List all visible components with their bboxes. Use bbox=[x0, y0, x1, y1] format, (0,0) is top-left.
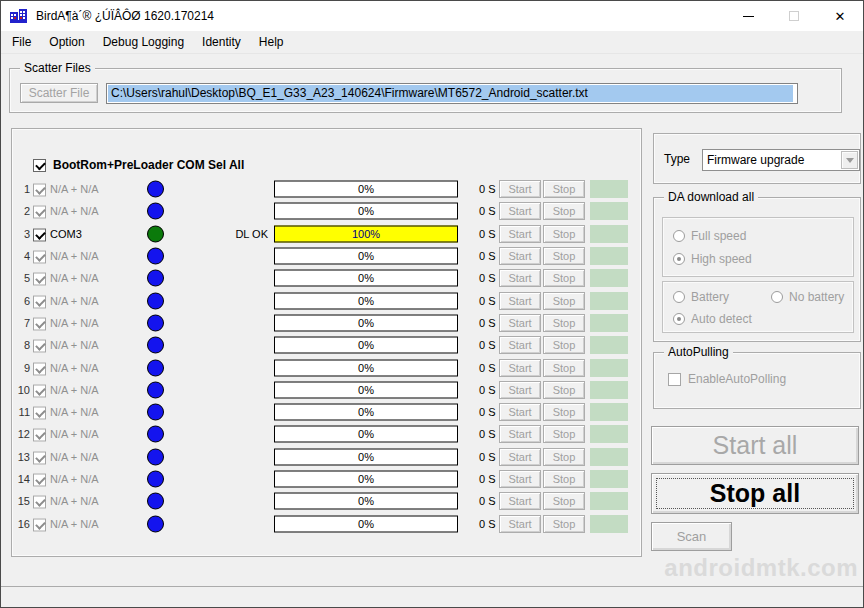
close-button[interactable]: ✕ bbox=[817, 1, 863, 31]
row-time: 0 S bbox=[479, 228, 496, 240]
row-stop-button[interactable]: Stop bbox=[543, 180, 585, 198]
radio-auto-detect[interactable]: Auto detect bbox=[673, 312, 752, 326]
row-stop-button[interactable]: Stop bbox=[543, 470, 585, 488]
row-stop-button[interactable]: Stop bbox=[543, 314, 585, 332]
maximize-button[interactable] bbox=[771, 1, 817, 31]
row-stop-button[interactable]: Stop bbox=[543, 359, 585, 377]
port-row: 5 N/A + N/A 0% 0 S Start Stop bbox=[12, 267, 641, 289]
enable-autopolling-option[interactable]: EnableAutoPolling bbox=[668, 372, 786, 386]
row-checkbox[interactable] bbox=[33, 362, 46, 375]
row-start-button[interactable]: Start bbox=[499, 403, 541, 421]
row-checkbox[interactable] bbox=[33, 184, 46, 197]
row-checkbox[interactable] bbox=[33, 474, 46, 487]
type-dropdown[interactable]: Firmware upgrade bbox=[702, 149, 860, 171]
row-start-button[interactable]: Start bbox=[499, 515, 541, 533]
row-stop-button[interactable]: Stop bbox=[543, 269, 585, 287]
type-dropdown-value: Firmware upgrade bbox=[707, 153, 804, 167]
row-port-label: N/A + N/A bbox=[50, 295, 99, 307]
window-title: BirdA¶à´® ¿ÚÏÂÔØ 1620.170214 bbox=[36, 9, 214, 23]
port-row: 7 N/A + N/A 0% 0 S Start Stop bbox=[12, 312, 641, 334]
autopulling-label: AutoPulling bbox=[664, 345, 733, 359]
row-stop-button[interactable]: Stop bbox=[543, 448, 585, 466]
scatter-file-button[interactable]: Scatter File bbox=[20, 83, 98, 103]
status-circle bbox=[147, 493, 164, 510]
close-icon: ✕ bbox=[835, 10, 846, 23]
row-time: 0 S bbox=[479, 339, 496, 351]
row-start-button[interactable]: Start bbox=[499, 359, 541, 377]
row-start-button[interactable]: Start bbox=[499, 336, 541, 354]
enable-autopolling-checkbox-label: EnableAutoPolling bbox=[688, 372, 786, 386]
row-stop-button[interactable]: Stop bbox=[543, 515, 585, 533]
row-start-button[interactable]: Start bbox=[499, 314, 541, 332]
scatter-path-field[interactable]: C:\Users\rahul\Desktop\BQ_E1_G33_A23_140… bbox=[106, 83, 798, 104]
status-circle bbox=[147, 181, 164, 198]
row-start-button[interactable]: Start bbox=[499, 247, 541, 265]
row-start-button[interactable]: Start bbox=[499, 492, 541, 510]
row-stop-button[interactable]: Stop bbox=[543, 492, 585, 510]
radio-battery[interactable]: Battery bbox=[673, 290, 729, 304]
progress-bar: 0% bbox=[274, 426, 458, 443]
menu-item-help[interactable]: Help bbox=[250, 31, 293, 53]
row-start-button[interactable]: Start bbox=[499, 470, 541, 488]
row-checkbox[interactable] bbox=[33, 384, 46, 397]
row-port-label: N/A + N/A bbox=[50, 428, 99, 440]
row-stop-button[interactable]: Stop bbox=[543, 403, 585, 421]
radio-full-speed[interactable]: Full speed bbox=[673, 229, 746, 243]
row-start-button[interactable]: Start bbox=[499, 448, 541, 466]
row-stop-button[interactable]: Stop bbox=[543, 225, 585, 243]
port-row: 8 N/A + N/A 0% 0 S Start Stop bbox=[12, 334, 641, 356]
row-checkbox[interactable] bbox=[33, 206, 46, 219]
port-row: 11 N/A + N/A 0% 0 S Start Stop bbox=[12, 401, 641, 423]
minimize-button[interactable] bbox=[725, 1, 771, 31]
row-checkbox[interactable] bbox=[33, 429, 46, 442]
start-all-button[interactable]: Start all bbox=[651, 426, 859, 465]
row-stop-button[interactable]: Stop bbox=[543, 425, 585, 443]
radio-no-battery[interactable]: No battery bbox=[771, 290, 844, 304]
row-start-button[interactable]: Start bbox=[499, 180, 541, 198]
row-time: 0 S bbox=[479, 428, 496, 440]
row-stop-button[interactable]: Stop bbox=[543, 336, 585, 354]
chevron-down-icon[interactable] bbox=[841, 151, 858, 169]
radio-auto-detect-label: Auto detect bbox=[691, 312, 752, 326]
status-circle bbox=[147, 203, 164, 220]
status-circle bbox=[147, 448, 164, 465]
row-checkbox[interactable] bbox=[33, 407, 46, 420]
menu-item-file[interactable]: File bbox=[3, 31, 40, 53]
row-checkbox[interactable] bbox=[33, 496, 46, 509]
menu-item-debug-logging[interactable]: Debug Logging bbox=[94, 31, 193, 53]
row-indicator-box bbox=[590, 314, 628, 332]
status-circle bbox=[147, 515, 164, 532]
row-status-label: DL OK bbox=[180, 228, 268, 240]
row-indicator-box bbox=[590, 448, 628, 466]
enable-autopolling-checkbox[interactable] bbox=[668, 373, 681, 386]
row-start-button[interactable]: Start bbox=[499, 269, 541, 287]
status-circle bbox=[147, 381, 164, 398]
row-checkbox[interactable] bbox=[33, 340, 46, 353]
scan-button[interactable]: Scan bbox=[651, 522, 732, 551]
progress-bar: 0% bbox=[274, 292, 458, 309]
row-checkbox[interactable] bbox=[33, 518, 46, 531]
select-all-checkbox[interactable] bbox=[33, 159, 46, 172]
row-start-button[interactable]: Start bbox=[499, 292, 541, 310]
row-stop-button[interactable]: Stop bbox=[543, 202, 585, 220]
row-start-button[interactable]: Start bbox=[499, 225, 541, 243]
row-checkbox[interactable] bbox=[33, 251, 46, 264]
row-start-button[interactable]: Start bbox=[499, 202, 541, 220]
status-circle bbox=[147, 314, 164, 331]
radio-high-speed[interactable]: High speed bbox=[673, 252, 752, 266]
menu-item-identity[interactable]: Identity bbox=[193, 31, 250, 53]
menu-item-option[interactable]: Option bbox=[40, 31, 93, 53]
stop-all-button[interactable]: Stop all bbox=[651, 473, 859, 514]
row-start-button[interactable]: Start bbox=[499, 381, 541, 399]
row-checkbox[interactable] bbox=[33, 317, 46, 330]
row-stop-button[interactable]: Stop bbox=[543, 381, 585, 399]
row-stop-button[interactable]: Stop bbox=[543, 292, 585, 310]
select-all-row: BootRom+PreLoader COM Sel All bbox=[33, 158, 244, 172]
row-checkbox[interactable] bbox=[33, 273, 46, 286]
row-checkbox[interactable] bbox=[33, 228, 46, 241]
row-checkbox[interactable] bbox=[33, 295, 46, 308]
row-start-button[interactable]: Start bbox=[499, 425, 541, 443]
row-checkbox[interactable] bbox=[33, 451, 46, 464]
row-stop-button[interactable]: Stop bbox=[543, 247, 585, 265]
row-port-label: N/A + N/A bbox=[50, 250, 99, 262]
